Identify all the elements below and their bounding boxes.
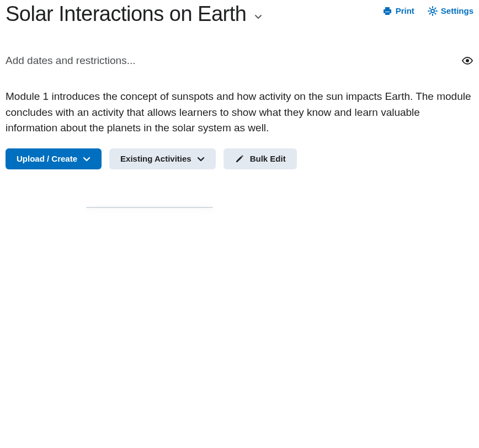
print-button[interactable]: Print	[382, 6, 414, 16]
upload-create-label: Upload / Create	[17, 154, 77, 163]
existing-activities-button[interactable]: Existing Activities	[109, 148, 216, 169]
chevron-down-icon	[197, 155, 205, 163]
print-icon	[382, 6, 392, 16]
bulk-edit-icon	[235, 154, 244, 164]
existing-activities-label: Existing Activities	[120, 154, 191, 163]
settings-button[interactable]: Settings	[428, 6, 473, 16]
context-menu	[86, 207, 213, 208]
title-chevron-icon[interactable]	[254, 12, 263, 21]
module-description: Module 1 introduces the concept of sunsp…	[6, 89, 473, 136]
svg-point-1	[466, 59, 469, 62]
upload-create-button[interactable]: Upload / Create	[6, 148, 102, 169]
bulk-edit-label: Bulk Edit	[250, 154, 286, 163]
print-label: Print	[396, 6, 414, 15]
chevron-down-icon	[83, 155, 91, 163]
page-title: Solar Interactions on Earth	[6, 2, 246, 26]
bulk-edit-button[interactable]: Bulk Edit	[223, 148, 297, 169]
svg-point-0	[431, 9, 434, 13]
settings-label: Settings	[441, 6, 473, 15]
visibility-eye-icon[interactable]	[461, 55, 473, 67]
add-dates-link[interactable]: Add dates and restrictions...	[6, 55, 136, 67]
gear-icon	[428, 6, 438, 16]
